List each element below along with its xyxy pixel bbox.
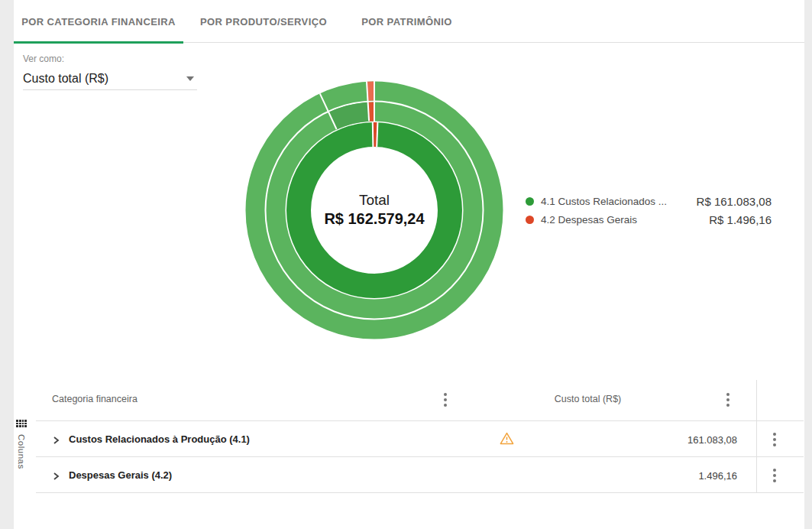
legend-item-4-2[interactable]: 4.2 Despesas Gerais R$ 1.496,16 bbox=[526, 210, 772, 229]
donut-center-total: Total R$ 162.579,24 bbox=[298, 191, 451, 229]
row-category-name: Despesas Gerais (4.2) bbox=[69, 469, 172, 481]
columns-grid-icon[interactable] bbox=[16, 420, 26, 427]
table-row[interactable]: Custos Relacionados à Produção (4.1) 161… bbox=[36, 421, 804, 457]
legend-label: 4.1 Custos Relacionados ... bbox=[541, 196, 667, 207]
row-cost-value: 1.496,16 bbox=[698, 470, 737, 482]
table-row[interactable]: Despesas Gerais (4.2) 1.496,16 bbox=[36, 457, 804, 493]
expand-chevron-icon[interactable] bbox=[51, 434, 60, 448]
tab-bar: POR CATEGORIA FINANCEIRA POR PRODUTO/SER… bbox=[14, 0, 804, 43]
view-as-selected-value: Custo total (R$) bbox=[23, 72, 186, 86]
legend-dot-green bbox=[526, 197, 534, 206]
category-table: Categoria financeira Custo total (R$) Cu… bbox=[36, 380, 804, 493]
right-margin-strip bbox=[804, 0, 812, 529]
legend-value: R$ 1.496,16 bbox=[709, 213, 772, 226]
legend-value: R$ 161.083,08 bbox=[697, 195, 772, 208]
columns-panel-label[interactable]: Colunas bbox=[17, 434, 26, 469]
tab-por-produto-servico[interactable]: POR PRODUTO/SERVIÇO bbox=[183, 0, 344, 43]
chevron-down-icon bbox=[186, 76, 194, 81]
view-as-select[interactable]: Custo total (R$) bbox=[23, 67, 197, 90]
left-margin-strip bbox=[0, 0, 14, 529]
expand-chevron-icon[interactable] bbox=[51, 470, 60, 484]
active-tab-indicator bbox=[14, 41, 183, 44]
donut-total-value: R$ 162.579,24 bbox=[298, 209, 451, 229]
legend-item-4-1[interactable]: 4.1 Custos Relacionados ... R$ 161.083,0… bbox=[526, 192, 772, 210]
view-as-label: Ver como: bbox=[23, 54, 197, 64]
view-as-control: Ver como: Custo total (R$) bbox=[23, 54, 197, 90]
column-menu-icon[interactable] bbox=[442, 391, 448, 409]
legend-dot-red bbox=[526, 216, 534, 224]
column-menu-icon[interactable] bbox=[725, 391, 731, 409]
tab-por-patrimonio[interactable]: POR PATRIMÔNIO bbox=[344, 0, 470, 43]
legend-label: 4.2 Despesas Gerais bbox=[541, 214, 637, 226]
row-cost-value: 161.083,08 bbox=[687, 434, 737, 446]
chart-legend: 4.1 Custos Relacionados ... R$ 161.083,0… bbox=[526, 192, 772, 229]
dashboard-screen: POR CATEGORIA FINANCEIRA POR PRODUTO/SER… bbox=[0, 0, 812, 529]
row-category-name: Custos Relacionados à Produção (4.1) bbox=[69, 433, 250, 445]
tab-por-categoria-financeira[interactable]: POR CATEGORIA FINANCEIRA bbox=[14, 0, 183, 43]
row-menu-icon[interactable] bbox=[772, 430, 778, 449]
column-header-custo-total: Custo total (R$) bbox=[494, 394, 681, 404]
column-header-categoria: Categoria financeira bbox=[52, 394, 137, 404]
donut-total-label: Total bbox=[298, 191, 451, 209]
table-header-row: Categoria financeira Custo total (R$) bbox=[36, 380, 804, 421]
columns-side-panel: Colunas bbox=[15, 420, 28, 469]
row-menu-icon[interactable] bbox=[772, 466, 778, 485]
warning-icon[interactable] bbox=[500, 432, 514, 448]
